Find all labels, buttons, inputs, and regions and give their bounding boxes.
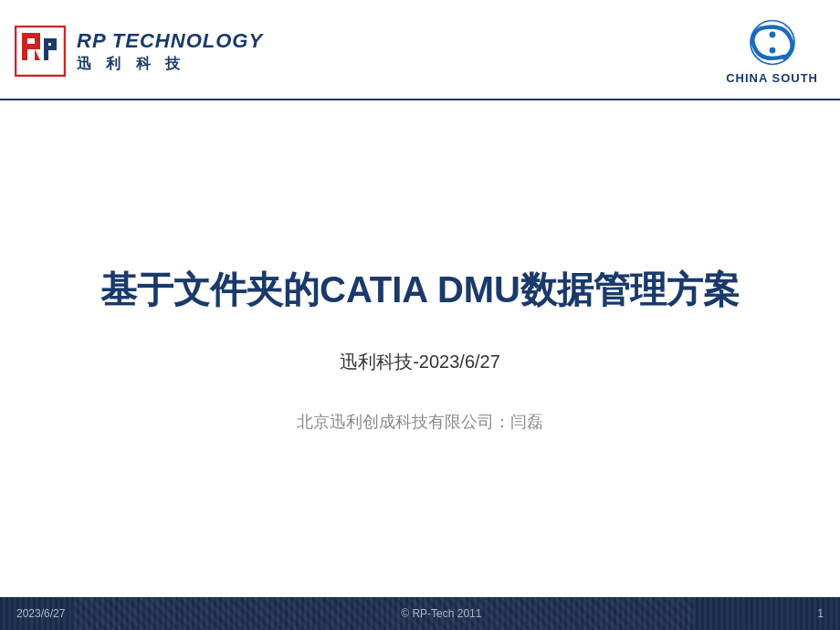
- china-south-icon: [745, 17, 800, 68]
- china-south-text: CHINA SOUTH: [726, 71, 818, 85]
- footer-copyright: © RP-Tech 2011: [401, 607, 481, 620]
- rp-logo-icon: [15, 26, 66, 77]
- footer-stripes: [73, 597, 694, 630]
- svg-rect-4: [35, 33, 40, 49]
- subtitle-text: 迅利科技-2023/6/27: [340, 350, 500, 374]
- footer: 2023/6/27 © RP-Tech 2011 1: [0, 597, 840, 630]
- footer-date: 2023/6/27: [16, 607, 65, 620]
- logo-left: RP TECHNOLOGY 迅 利 科 技: [15, 26, 263, 77]
- svg-point-12: [769, 47, 775, 54]
- title-block: 基于文件夹的CATIA DMU数据管理方案: [100, 266, 740, 313]
- logo-text-block: RP TECHNOLOGY 迅 利 科 技: [77, 29, 263, 74]
- subtitle-block: 迅利科技-2023/6/27: [340, 350, 500, 374]
- svg-marker-5: [35, 49, 40, 60]
- footer-page: 1: [817, 607, 824, 620]
- company-text: 北京迅利创成科技有限公司：闫磊: [297, 411, 543, 433]
- main-title: 基于文件夹的CATIA DMU数据管理方案: [100, 266, 740, 313]
- header: RP TECHNOLOGY 迅 利 科 技 CHINA SOUTH: [0, 0, 840, 100]
- svg-rect-9: [51, 38, 57, 50]
- slide-container: RP TECHNOLOGY 迅 利 科 技 CHINA SOUTH: [0, 0, 840, 630]
- company-block: 北京迅利创成科技有限公司：闫磊: [297, 411, 543, 433]
- china-south-logo: CHINA SOUTH: [726, 17, 818, 85]
- rp-chinese-text: 迅 利 科 技: [77, 55, 263, 74]
- svg-point-11: [769, 32, 775, 38]
- rp-tech-text: RP TECHNOLOGY: [77, 29, 263, 53]
- main-content: 基于文件夹的CATIA DMU数据管理方案 迅利科技-2023/6/27 北京迅…: [0, 100, 840, 597]
